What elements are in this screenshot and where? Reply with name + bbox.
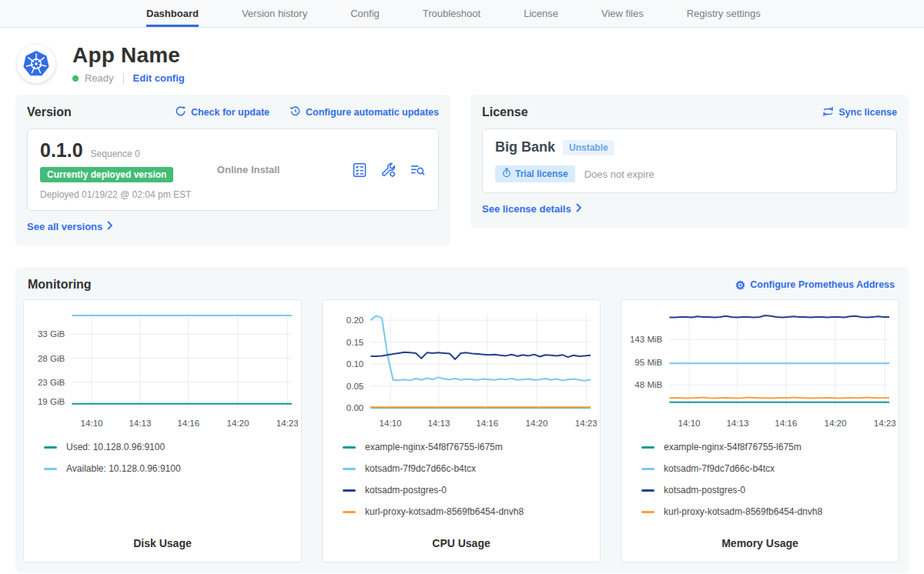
deployed-version-badge: Currently deployed version [40, 167, 173, 182]
svg-text:19 GiB: 19 GiB [38, 397, 65, 406]
series-line-kurl-proxy-kotsadm-8569fb6454-dnvh8 [669, 398, 889, 399]
chevron-right-icon [107, 221, 113, 232]
chart-title: CPU Usage [326, 537, 597, 562]
gear-icon: ⚙ [735, 279, 745, 291]
version-card-title: Version [27, 105, 72, 119]
sequence-label: Sequence 0 [91, 149, 140, 159]
license-card: License Sync license Big Bank [470, 95, 909, 228]
legend-label: Used: 10.128.0.96:9100 [66, 442, 165, 452]
page-title: App Name [72, 43, 185, 68]
legend-swatch [641, 489, 654, 492]
monitoring-card: Monitoring ⚙ Configure Prometheus Addres… [15, 267, 909, 573]
monitoring-title: Monitoring [28, 278, 92, 292]
legend-label: example-nginx-54f8f76755-l675m [365, 442, 503, 452]
legend-label: kotsadm-7f9dc7d66c-b4tcx [664, 463, 775, 474]
svg-text:33 GiB: 33 GiB [38, 329, 65, 339]
cpu-usage-legend: example-nginx-54f8f76755-l675mkotsadm-7f… [326, 434, 597, 537]
series-line-kotsadm-postgres-0 [370, 352, 591, 359]
channel-badge: Unstable [563, 140, 614, 155]
legend-item: example-nginx-54f8f76755-l675m [343, 442, 597, 452]
memory-usage-plot: 14:1014:1314:1614:2014:23143 MiB95 MiB48… [624, 306, 896, 434]
svg-text:14:16: 14:16 [476, 419, 498, 428]
version-number: 0.1.0 [40, 139, 83, 162]
see-license-details-link[interactable]: See license details [482, 203, 582, 215]
svg-text:14:20: 14:20 [825, 419, 847, 428]
legend-item: kurl-proxy-kotsadm-8569fb6454-dnvh8 [641, 506, 896, 517]
disk-usage-legend: Used: 10.128.0.96:9100Available: 10.128.… [27, 434, 298, 537]
svg-text:95 MiB: 95 MiB [634, 358, 662, 367]
edit-config-wrench-icon[interactable] [380, 162, 397, 178]
legend-label: Available: 10.128.0.96:9100 [66, 463, 181, 474]
preflight-checks-icon[interactable] [352, 162, 367, 178]
svg-text:0.20: 0.20 [346, 315, 363, 325]
svg-text:14:10: 14:10 [678, 419, 701, 428]
status-dot [72, 75, 79, 82]
edit-config-link[interactable]: Edit config [133, 72, 185, 84]
customer-name: Big Bank [495, 139, 555, 155]
version-card: Version Check for update [15, 95, 450, 245]
svg-text:14:10: 14:10 [380, 419, 402, 428]
tab-license[interactable]: License [524, 0, 558, 27]
tab-dashboard[interactable]: Dashboard [146, 0, 199, 27]
legend-item: kotsadm-7f9dc7d66c-b4tcx [641, 463, 896, 474]
svg-text:14:10: 14:10 [81, 419, 103, 428]
series-line-kotsadm-7f9dc7d66c-b4tcx [370, 315, 591, 380]
svg-text:48 MiB: 48 MiB [634, 380, 662, 389]
see-all-versions-link[interactable]: See all versions [27, 221, 113, 232]
top-nav: DashboardVersion historyConfigTroublesho… [0, 0, 924, 28]
legend-swatch [44, 446, 57, 449]
legend-label: kotsadm-postgres-0 [664, 485, 745, 496]
legend-swatch [343, 446, 356, 449]
cpu-usage-plot: 14:1014:1314:1614:2014:230.200.150.100.0… [326, 306, 597, 434]
legend-item: kurl-proxy-kotsadm-8569fb6454-dnvh8 [343, 506, 597, 517]
install-type-label: Online Install [217, 164, 280, 175]
svg-text:0.05: 0.05 [346, 382, 363, 391]
divider [123, 73, 124, 84]
refresh-icon [175, 105, 186, 119]
cpu-usage-chart-card: 14:1014:1314:1614:2014:230.200.150.100.0… [322, 299, 601, 562]
configure-prometheus-link[interactable]: ⚙ Configure Prometheus Address [735, 279, 895, 291]
configure-automatic-updates-link[interactable]: Configure automatic updates [290, 105, 439, 119]
chart-title: Memory Usage [624, 537, 896, 562]
svg-text:14:16: 14:16 [775, 419, 797, 428]
legend-label: kotsadm-postgres-0 [365, 485, 447, 496]
view-logs-icon[interactable] [410, 162, 426, 178]
tab-view-files[interactable]: View files [601, 0, 644, 27]
svg-text:14:13: 14:13 [129, 419, 151, 428]
legend-swatch [641, 468, 654, 470]
series-line-kotsadm-postgres-0 [669, 315, 889, 318]
tab-version-history[interactable]: Version history [242, 0, 307, 27]
svg-text:14:20: 14:20 [526, 419, 548, 428]
license-card-title: License [482, 105, 528, 119]
svg-text:0.10: 0.10 [346, 359, 363, 369]
disk-usage-chart-card: 14:1014:1314:1614:2014:2333 GiB28 GiB23 … [23, 299, 302, 562]
sync-icon [822, 106, 834, 119]
svg-text:14:23: 14:23 [874, 419, 896, 428]
svg-text:14:20: 14:20 [227, 419, 249, 428]
legend-item: Used: 10.128.0.96:9100 [44, 442, 298, 452]
svg-text:0.00: 0.00 [346, 403, 363, 412]
legend-item: Available: 10.128.0.96:9100 [44, 463, 298, 474]
legend-label: kurl-proxy-kotsadm-8569fb6454-dnvh8 [664, 506, 822, 517]
stopwatch-icon [502, 168, 511, 180]
memory-usage-chart-card: 14:1014:1314:1614:2014:23143 MiB95 MiB48… [621, 299, 899, 562]
svg-text:14:23: 14:23 [276, 419, 298, 428]
legend-item: kotsadm-postgres-0 [343, 485, 597, 496]
tab-troubleshoot[interactable]: Troubleshoot [423, 0, 480, 27]
memory-usage-legend: example-nginx-54f8f76755-l675mkotsadm-7f… [624, 434, 896, 537]
chevron-right-icon [576, 203, 582, 215]
trial-license-badge: Trial license [495, 165, 575, 182]
legend-item: kotsadm-postgres-0 [641, 485, 896, 496]
schedule-update-icon [290, 105, 301, 119]
svg-text:14:13: 14:13 [427, 419, 450, 428]
disk-usage-plot: 14:1014:1314:1614:2014:2333 GiB28 GiB23 … [27, 306, 298, 434]
svg-text:14:13: 14:13 [726, 419, 748, 428]
legend-swatch [343, 468, 356, 470]
tab-registry-settings[interactable]: Registry settings [687, 0, 761, 27]
tab-config[interactable]: Config [350, 0, 380, 27]
check-for-update-link[interactable]: Check for update [175, 105, 270, 119]
legend-swatch [44, 468, 57, 470]
sync-license-link[interactable]: Sync license [822, 106, 897, 119]
svg-text:28 GiB: 28 GiB [38, 354, 65, 363]
chart-title: Disk Usage [27, 537, 298, 562]
